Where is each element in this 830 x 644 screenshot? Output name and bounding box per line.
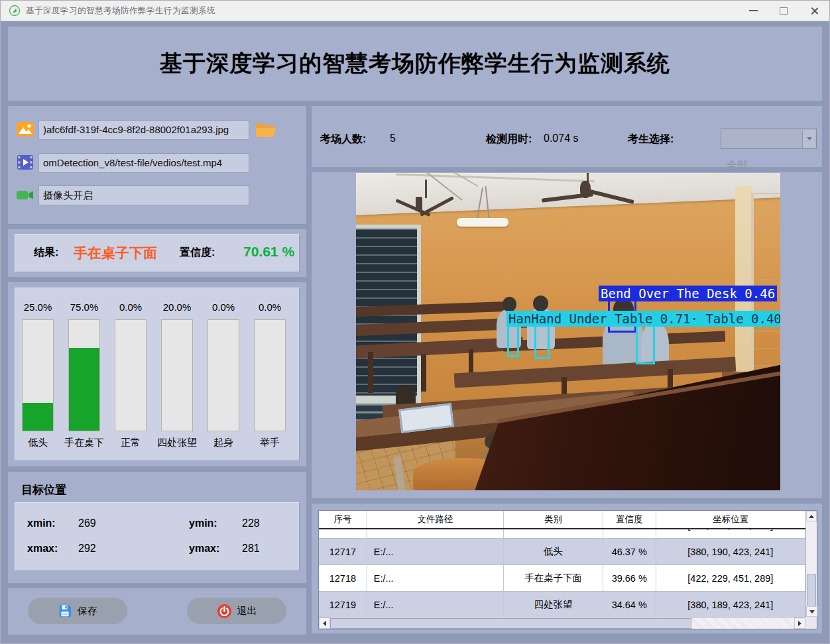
col-header-index: 序号 bbox=[319, 511, 367, 528]
window-title: 基于深度学习的智慧考场防作弊学生行为监测系统 bbox=[26, 5, 215, 17]
table-header: 序号 文件路径 类别 置信度 坐标位置 bbox=[319, 511, 805, 529]
ymin-value: 228 bbox=[242, 517, 260, 529]
result-label: 结果: bbox=[34, 246, 58, 260]
result-box: 结果: 手在桌子下面 置信度: 70.61 % bbox=[15, 234, 300, 272]
target-position-panel: 目标位置 xmin: 269 ymin: 228 xmax: 292 ymax:… bbox=[8, 472, 306, 583]
scrollbar-corner bbox=[805, 617, 817, 629]
ceiling-fan bbox=[542, 173, 634, 214]
table-row[interactable]: 12718E:/...手在桌子下面39.66 %[422, 229, 451, … bbox=[319, 565, 805, 592]
file-input-panel: )afc6fdf-319f-4cc9-8f2d-88002f01a293.jpg… bbox=[8, 106, 306, 224]
minimize-button[interactable] bbox=[738, 1, 768, 21]
chevron-down-icon bbox=[807, 137, 812, 140]
app-icon bbox=[9, 5, 21, 17]
vertical-scrollbar[interactable] bbox=[805, 511, 817, 617]
table-cell: E:/... bbox=[367, 592, 504, 617]
arrow-right-icon bbox=[798, 621, 801, 626]
minimize-icon bbox=[749, 10, 758, 11]
bar-value-label: 0.0% bbox=[254, 301, 286, 313]
table-cell: 12717 bbox=[319, 539, 367, 564]
table-row[interactable]: 12719E:/...四处张望34.64 %[380, 189, 423, 24… bbox=[319, 592, 805, 618]
exam-count-value: 5 bbox=[390, 133, 396, 144]
dropdown-button[interactable] bbox=[802, 130, 815, 148]
table-cell: 46.37 % bbox=[603, 539, 656, 564]
open-folder-button[interactable] bbox=[255, 121, 276, 139]
horizontal-scroll-thumb[interactable] bbox=[330, 618, 691, 629]
camera-icon bbox=[16, 186, 34, 204]
horizontal-scroll-track bbox=[691, 617, 794, 629]
image-file-row: )afc6fdf-319f-4cc9-8f2d-88002f01a293.jpg bbox=[8, 119, 306, 140]
ymax-label: ymax: bbox=[189, 543, 219, 555]
table-cell: 四处张望 bbox=[504, 592, 603, 617]
col-header-confidence: 置信度 bbox=[603, 511, 656, 528]
action-button-panel: 保存 退出 bbox=[8, 588, 306, 635]
bar-category-label: 举手 bbox=[230, 437, 310, 449]
xmax-value: 292 bbox=[78, 543, 96, 555]
table-cell: 低头 bbox=[504, 539, 603, 564]
scroll-down-button[interactable] bbox=[806, 606, 817, 617]
ymax-value: 281 bbox=[242, 543, 260, 555]
video-frame: Bend Over The Desk 0.46HanHand Under Tab… bbox=[356, 173, 780, 490]
table-cell: 手在桌子下面 bbox=[504, 565, 603, 591]
table-cell: 39.66 % bbox=[603, 565, 656, 591]
bar-track bbox=[208, 319, 239, 431]
detection-label: HanHand Under Table 0.71· Table 0.40 bbox=[506, 311, 780, 327]
xmax-label: xmax: bbox=[27, 543, 58, 555]
detection-box bbox=[507, 324, 519, 357]
detection-box bbox=[534, 324, 550, 359]
save-button[interactable]: 保存 bbox=[28, 598, 127, 624]
detection-table: 序号 文件路径 类别 置信度 坐标位置 12716E:/...手在桌子下面70.… bbox=[318, 510, 817, 629]
detect-time-value: 0.074 s bbox=[544, 133, 578, 144]
arrow-left-icon bbox=[323, 621, 326, 626]
table-cell: E:/... bbox=[367, 565, 504, 591]
bar-value-label: 0.0% bbox=[208, 301, 239, 313]
student-select-label: 考生选择: bbox=[628, 133, 674, 146]
close-button[interactable] bbox=[799, 1, 829, 21]
video-file-row: omDetection_v8/test-file/vedios/test.mp4 bbox=[8, 152, 306, 174]
ymin-label: ymin: bbox=[189, 517, 217, 529]
scroll-up-button[interactable] bbox=[806, 511, 817, 521]
ceiling-fan bbox=[389, 180, 462, 226]
table-cell: 34.64 % bbox=[603, 592, 656, 617]
bar-value-label: 20.0% bbox=[161, 301, 193, 313]
close-icon bbox=[810, 7, 819, 15]
video-icon bbox=[16, 153, 34, 172]
student-head bbox=[533, 295, 548, 311]
table-cell: [380, 190, 423, 241] bbox=[656, 539, 805, 564]
table-cell: E:/... bbox=[367, 539, 504, 564]
image-path-input[interactable]: )afc6fdf-319f-4cc9-8f2d-88002f01a293.jpg bbox=[38, 120, 249, 140]
scroll-left-button[interactable] bbox=[319, 617, 330, 629]
behavior-chart: 25.0% 低头 75.0% 手在桌下 0.0% 正常 20.0% 四处张望 0… bbox=[15, 288, 300, 461]
table-cell: 12719 bbox=[319, 592, 367, 617]
exit-button[interactable]: 退出 bbox=[187, 598, 286, 624]
col-header-filepath: 文件路径 bbox=[367, 511, 504, 528]
col-header-coords: 坐标位置 bbox=[656, 511, 805, 528]
table-cell: 12716 bbox=[319, 529, 367, 538]
scroll-right-button[interactable] bbox=[794, 617, 805, 629]
table-cell: [380, 189, 423, 241] bbox=[656, 592, 805, 617]
bar-track bbox=[115, 319, 147, 431]
detection-table-panel: 序号 文件路径 类别 置信度 坐标位置 12716E:/...手在桌子下面70.… bbox=[312, 504, 822, 633]
bar-track bbox=[254, 319, 286, 431]
power-icon bbox=[217, 604, 232, 619]
maximize-button[interactable] bbox=[768, 1, 799, 21]
table-cell: [228, 228, 246, 278] bbox=[656, 529, 805, 538]
bar-fill bbox=[23, 403, 53, 431]
titlebar: 基于深度学习的智慧考场防作弊学生行为监测系统 bbox=[1, 1, 829, 21]
vertical-scroll-thumb[interactable] bbox=[807, 574, 816, 608]
table-row[interactable]: 12716E:/...手在桌子下面70.66 %[228, 228, 246, … bbox=[319, 529, 805, 539]
stats-panel: 考场人数: 5 检测用时: 0.074 s 考生选择: 全部 bbox=[312, 106, 822, 167]
page-title: 基于深度学习的智慧考场防作弊学生行为监测系统 bbox=[160, 48, 670, 79]
table-body: 12716E:/...手在桌子下面70.66 %[228, 228, 246, … bbox=[319, 529, 805, 618]
video-panel: Bend Over The Desk 0.46HanHand Under Tab… bbox=[312, 172, 822, 498]
video-path-input[interactable]: omDetection_v8/test-file/vedios/test.mp4 bbox=[38, 153, 249, 173]
target-position-title: 目标位置 bbox=[21, 482, 66, 498]
header-panel: 基于深度学习的智慧考场防作弊学生行为监测系统 bbox=[8, 27, 822, 101]
camera-status-input[interactable]: 摄像头开启 bbox=[38, 186, 249, 205]
bar-value-label: 75.0% bbox=[68, 301, 100, 313]
horizontal-scrollbar[interactable] bbox=[319, 617, 805, 629]
arrow-down-icon bbox=[809, 610, 815, 614]
student-select-dropdown[interactable]: 全部 bbox=[721, 129, 817, 149]
result-value: 手在桌子下面 bbox=[74, 244, 157, 262]
table-row[interactable]: 12717E:/...低头46.37 %[380, 190, 423, 241] bbox=[319, 539, 805, 565]
table-cell: 70.66 % bbox=[603, 529, 656, 538]
